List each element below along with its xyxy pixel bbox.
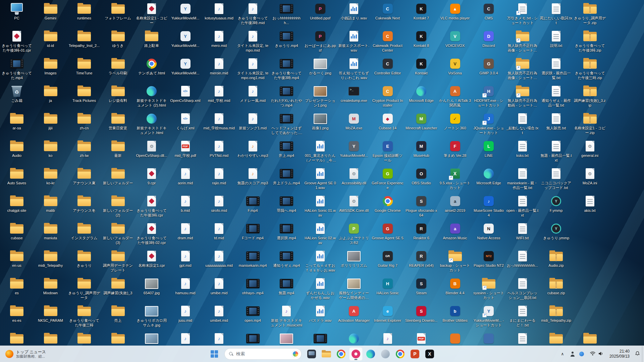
desktop-icon[interactable]: ♪umibet.mid: [203, 304, 235, 331]
desktop-icon[interactable]: 調声練習(失敗)_3: [102, 277, 134, 304]
desktop-icon[interactable]: Fコード.mp4: [237, 222, 269, 249]
edge-taskbar-button[interactable]: [364, 347, 377, 361]
desktop-icon[interactable]: きゅうり食べってた午後3時-01.cpr: [1, 29, 33, 56]
desktop-icon[interactable]: プレゼンテーション1.png: [304, 84, 336, 111]
desktop-icon[interactable]: OOBS Studio: [405, 167, 437, 194]
desktop-icon[interactable]: だれだFXいれたやつ.mp4: [270, 84, 303, 111]
desktop-icon[interactable]: EEpson 接続診断ツール: [372, 139, 404, 166]
desktop-icon[interactable]: _起動しない場合.txt: [506, 112, 539, 139]
desktop-icon[interactable]: Microsoft Edge: [405, 84, 437, 111]
desktop-icon[interactable]: ↗backup - ショートカット: [439, 249, 471, 276]
desktop-icon[interactable]: ♪uaaaaaaaaa.mid: [203, 249, 235, 276]
desktop-icon[interactable]: eInternet Explorer: [372, 304, 404, 331]
desktop-icon[interactable]: NNative Access: [473, 222, 505, 249]
desktop-icon[interactable]: CCMS: [473, 2, 505, 29]
desktop-icon[interactable]: 答え知ってでもずりぃわこれ.wav: [338, 57, 370, 84]
person-tray-icon[interactable]: [570, 352, 575, 357]
desktop-icon[interactable]: 新規テキストドキュメント (2).html: [136, 84, 168, 111]
desktop-icon[interactable]: きゅうり食べってた午後3時.mp4: [270, 57, 303, 84]
desktop-icon[interactable]: かるーく.png: [304, 57, 336, 84]
desktop-icon[interactable]: 001_東北きりたん（ノーマル）_今しゃ...: [304, 139, 336, 166]
desktop-icon[interactable]: ⚙Accessibility.dll: [338, 167, 370, 194]
remote-monitor-taskbar-button[interactable]: [305, 347, 318, 361]
desktop-icon[interactable]: Auto Saves: [1, 167, 33, 194]
desktop-icon[interactable]: SPlogue sforzando x64: [405, 194, 437, 221]
desktop-icon[interactable]: きゅうり食べってた午後3時.zip: [574, 29, 606, 56]
tray-chevron-up-icon[interactable]: ∧: [559, 349, 566, 359]
desktop-icon[interactable]: aairset2-2019: [439, 194, 471, 221]
desktop-icon[interactable]: 無題 - 親作品一覧.txt: [540, 139, 572, 166]
desktop-icon[interactable]: malib: [35, 194, 67, 221]
desktop-icon[interactable]: ↗syasinn - ショートカット: [473, 277, 505, 304]
desktop-icon[interactable]: 通知うぜぇ - 親作品一覧.txt: [540, 84, 572, 111]
blue-status-tray-icon[interactable]: [579, 352, 584, 356]
desktop-icon[interactable]: ニコニコバックアップコード.txt: [540, 167, 572, 194]
desktop-icon[interactable]: midi_Telepathy: [35, 249, 67, 276]
desktop-icon[interactable]: Y↗YukkuriMovieM... - ショートカット: [473, 304, 505, 331]
desktop-icon[interactable]: 無人販売.txt: [540, 112, 572, 139]
desktop-icon[interactable]: ♪meroin.mid: [203, 57, 235, 84]
desktop-icon[interactable]: バスドラ.wav: [304, 304, 336, 331]
desktop-icon[interactable]: GGIMP 3.0.4: [473, 57, 505, 84]
desktop-icon[interactable]: J↗JQuake.exe - ショートカット: [473, 112, 505, 139]
file-explorer-taskbar-button[interactable]: [320, 347, 333, 361]
desktop-icon[interactable]: ♪メドレー風.mid: [237, 84, 269, 111]
desktop-icon[interactable]: SSteam: [405, 277, 437, 304]
desktop-icon[interactable]: </>くらげ.xml: [169, 112, 202, 139]
desktop-icon[interactable]: ko-kr: [35, 167, 67, 194]
desktop-icon[interactable]: ♪わかりやすい.mp3: [237, 139, 269, 166]
desktop-icon[interactable]: ♪kotusytuaaus.mid: [203, 2, 235, 29]
desktop-icon[interactable]: ♻ごみ箱: [1, 84, 33, 111]
desktop-icon[interactable]: ksks.txt: [506, 139, 539, 166]
desktop-icon[interactable]: Mixdown: [35, 277, 67, 304]
desktop-icon[interactable]: YYukkuriMovieM...: [338, 139, 370, 166]
desktop-icon[interactable]: ↗無人販売不正行為画像 - ショートカット: [506, 57, 539, 84]
desktop-icon[interactable]: 井上ドラム.mp4: [270, 167, 303, 194]
desktop-icon[interactable]: NKSC_PARAM: [35, 304, 67, 331]
desktop-icon[interactable]: NT2Piapro Studio NT2: [473, 249, 505, 276]
desktop-icon[interactable]: manisekarin.mp4: [237, 249, 269, 276]
desktop-icon[interactable]: ♪新規ソング1.mid: [237, 112, 269, 139]
desktop-icon[interactable]: ⚙MoZA.ini: [574, 167, 606, 194]
desktop-icon[interactable]: RREAPER (x64): [405, 249, 437, 276]
desktop-icon[interactable]: きゅうり食べってた午後3時.cpr: [136, 194, 168, 221]
desktop-icon[interactable]: ♪umibe.mid: [203, 277, 235, 304]
desktop-icon[interactable]: 新しいフォルダー: [102, 167, 134, 194]
desktop-icon[interactable]: ⚙general.ini: [574, 139, 606, 166]
desktop-icon[interactable]: ♪PVTNd.mid: [203, 139, 235, 166]
desktop-icon[interactable]: GRGuitar Rig 7: [372, 249, 404, 276]
desktop-icon[interactable]: es: [1, 277, 33, 304]
desktop-icon[interactable]: きゅうり食べってた午後3時-02.cpr: [136, 222, 168, 249]
desktop-icon[interactable]: ▲VLC media player: [439, 2, 471, 29]
desktop-icon[interactable]: MMinecraft Launcher: [405, 112, 437, 139]
desktop-icon[interactable]: zh-cn: [68, 112, 100, 139]
desktop-icon[interactable]: 無題.mp4: [270, 277, 303, 304]
desktop-icon[interactable]: CCakewalk Product Center: [372, 29, 404, 56]
desktop-icon[interactable]: 調声用データテンプレート: [102, 249, 134, 276]
desktop-icon[interactable]: KKontakt: [405, 57, 437, 84]
desktop-icon[interactable]: ↗万引きメモ.txt - ショートカット: [506, 2, 539, 29]
desktop-icon[interactable]: PDFmid_学校.pdf: [169, 139, 202, 166]
widgets-button[interactable]: トップ ニュース 加藤財務相、総...: [3, 347, 49, 361]
desktop-icon[interactable]: ♪新規 テキストドキュメント.musicxml: [270, 304, 303, 331]
desktop-icon[interactable]: VVOICEVOX: [439, 29, 471, 56]
desktop-icon[interactable]: ずんだもん_しおかぜる.wav: [304, 277, 336, 304]
desktop-icon[interactable]: RReaktor 6: [405, 222, 437, 249]
desktop-icon[interactable]: 画像1.png: [304, 112, 336, 139]
desktop-icon[interactable]: ohhayo-.mp4: [237, 277, 269, 304]
desktop-icon[interactable]: GGeForce Experience: [372, 167, 404, 194]
desktop-icon[interactable]: ♪タイトル未設定, tempo.ong1.mid: [237, 57, 269, 84]
desktop-icon[interactable]: MMuseHub: [405, 139, 437, 166]
desktop-icon[interactable]: 路上駐車: [136, 29, 168, 56]
desktop-icon[interactable]: es-es: [1, 304, 33, 331]
desktop-icon[interactable]: テンポあて.html: [136, 57, 168, 84]
desktop-icon[interactable]: Gemini: [35, 2, 67, 29]
desktop-icon[interactable]: MMoZA.exe: [338, 112, 370, 139]
desktop-icon[interactable]: 65407.jpg: [136, 277, 168, 304]
desktop-icon[interactable]: GGroove Agent SE 5: [372, 222, 404, 249]
desktop-icon[interactable]: ko: [35, 139, 67, 166]
desktop-icon[interactable]: midi_Telepathy.zip: [540, 304, 572, 331]
desktop-icon[interactable]: 新規テキストドキュメント.html: [136, 112, 168, 139]
chrome-taskbar-button[interactable]: [334, 347, 348, 361]
desktop-icon[interactable]: </>OpenCvSharp.xml: [169, 84, 202, 111]
